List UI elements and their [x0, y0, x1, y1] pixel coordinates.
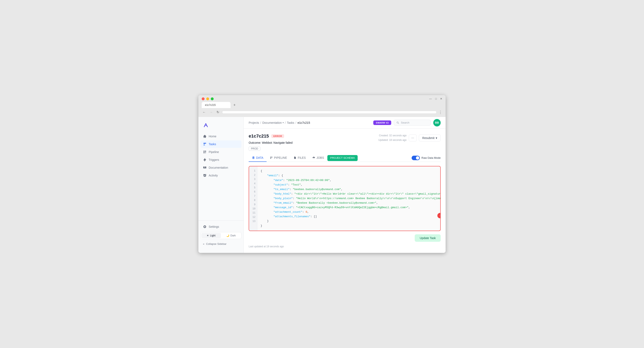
theme-switcher: ☀ Light 🌙 Dark — [200, 232, 242, 239]
sidebar-bottom: Settings ☀ Light 🌙 Dark « Collapse Sideb… — [198, 220, 244, 250]
sidebar-item-documentation[interactable]: Documentation — [200, 164, 242, 171]
task-created: Created: 32 seconds ago — [378, 133, 407, 138]
tab-files[interactable]: FILES — [290, 154, 309, 162]
update-section: Update Task — [249, 234, 441, 242]
sidebar-item-settings[interactable]: Settings — [200, 223, 242, 230]
app-header: Projects / Documentation ▾ / Tasks / e1c… — [244, 117, 446, 128]
content-area: e1c7c215 ERROR Outcome: Webbot: Navigate… — [244, 128, 446, 253]
chevron-down-icon: ▾ — [436, 136, 437, 140]
minimize-btn[interactable] — [206, 97, 209, 100]
sidebar-item-pipeline[interactable]: Pipeline — [200, 148, 242, 156]
sidebar-item-label: Pipeline — [209, 150, 219, 154]
tab-project-schema[interactable]: PROJECT SCHEMA — [327, 155, 358, 161]
search-bar[interactable]: Search — [394, 120, 431, 126]
collapse-sidebar-button[interactable]: « Collapse Sidebar — [200, 241, 242, 247]
home-icon — [203, 134, 207, 138]
address-bar[interactable] — [222, 111, 436, 114]
more-options-button[interactable]: ··· — [409, 134, 417, 141]
sidebar: Home Tasks Pipeline — [198, 117, 244, 253]
tasks-icon — [203, 142, 207, 146]
theme-dark-button[interactable]: 🌙 Dark — [221, 233, 241, 238]
scroll-indicator: → — [437, 213, 441, 218]
tabs-left: DATA PIPELINE — [249, 154, 358, 162]
sun-icon: ☀ — [207, 234, 209, 237]
error-badge: ERROR — [271, 134, 284, 138]
tabs: DATA PIPELINE — [249, 154, 358, 162]
tab-pipeline[interactable]: PIPELINE — [266, 154, 290, 162]
sidebar-item-home[interactable]: Home — [200, 133, 242, 140]
line-numbers: 1 2 3 4 5 6 7 8 9 10 11 12 13 — [249, 166, 257, 230]
pipeline-icon — [203, 150, 207, 154]
task-id: e1c7c215 — [249, 133, 269, 139]
triggers-icon — [203, 158, 207, 162]
search-placeholder: Search — [401, 121, 409, 124]
task-env-row: PROD — [249, 147, 292, 151]
settings-icon — [203, 225, 207, 229]
prod-tag: PROD — [249, 147, 260, 151]
sidebar-item-label: Activity — [209, 174, 218, 177]
raw-data-toggle: Raw Data Mode — [412, 156, 441, 160]
browser-tab[interactable]: e1c7c215 — [202, 102, 230, 108]
sidebar-nav: Home Tasks Pipeline — [198, 133, 244, 220]
task-title-section: e1c7c215 ERROR Outcome: Webbot: Navigate… — [249, 133, 292, 151]
sidebar-item-triggers[interactable]: Triggers — [200, 156, 242, 163]
forward-button[interactable]: → — [209, 110, 214, 115]
maximize-btn[interactable] — [211, 97, 214, 100]
update-task-button[interactable]: Update Task — [415, 234, 441, 242]
refresh-button[interactable]: ↻ — [216, 109, 220, 115]
tab-data[interactable]: DATA — [249, 154, 266, 162]
task-header: e1c7c215 ERROR Outcome: Webbot: Navigate… — [249, 133, 441, 151]
code-content: 1 2 3 4 5 6 7 8 9 10 11 12 13 — [249, 166, 440, 230]
code-lines[interactable]: { "email": { "date": "2023-09-25T04:09:4… — [257, 166, 440, 230]
task-actions: Created: 32 seconds ago Updated: 18 seco… — [378, 133, 441, 142]
tab-jobs[interactable]: JOBS — [309, 154, 327, 162]
task-meta: Created: 32 seconds ago Updated: 18 seco… — [378, 133, 407, 142]
breadcrumb: Projects / Documentation ▾ / Tasks / e1c… — [249, 121, 310, 124]
app-logo-icon — [202, 122, 209, 128]
breadcrumb-sep-3: / — [296, 121, 296, 124]
back-button[interactable]: ← — [202, 110, 207, 115]
close-btn[interactable] — [202, 97, 204, 100]
breadcrumb-tasks[interactable]: Tasks — [287, 121, 294, 124]
header-right: SWARM V2 Search BB — [373, 119, 441, 126]
tabs-right: Raw Data Mode — [408, 156, 441, 160]
raw-data-toggle-switch[interactable] — [412, 156, 420, 160]
win-close[interactable]: ✕ — [440, 97, 442, 100]
sidebar-item-label: Home — [209, 135, 216, 138]
theme-light-button[interactable]: ☀ Light — [201, 233, 221, 238]
pipeline-tab-icon — [270, 156, 273, 159]
win-maximize[interactable]: □ — [435, 97, 437, 100]
breadcrumb-current: e1c7c215 — [298, 121, 310, 124]
task-updated: Updated: 18 seconds ago — [378, 138, 407, 142]
last-updated: Last updated at 19 seconds ago — [249, 245, 441, 248]
sidebar-item-activity[interactable]: Activity — [200, 172, 242, 179]
docs-icon — [203, 166, 207, 169]
tabs-row: DATA PIPELINE — [249, 154, 441, 162]
logo — [198, 120, 244, 133]
breadcrumb-projects[interactable]: Projects — [249, 121, 259, 124]
breadcrumb-sep-2: / — [285, 121, 286, 124]
resubmit-button[interactable]: Resubmit ▾ — [419, 134, 441, 141]
win-minimize[interactable]: — — [429, 97, 432, 100]
collapse-label: Collapse Sidebar — [206, 242, 226, 246]
browser-more-button[interactable]: ⋮ — [438, 110, 442, 114]
settings-label: Settings — [209, 225, 219, 228]
sidebar-item-label: Triggers — [209, 158, 219, 161]
theme-light-label: Light — [210, 234, 216, 237]
new-tab-button[interactable]: + — [232, 102, 237, 108]
breadcrumb-documentation[interactable]: Documentation ▾ — [262, 121, 284, 124]
task-title-row: e1c7c215 ERROR — [249, 133, 292, 139]
raw-data-label: Raw Data Mode — [422, 156, 441, 159]
sidebar-item-label: Documentation — [209, 166, 228, 169]
moon-icon: 🌙 — [226, 234, 229, 237]
avatar[interactable]: BB — [433, 119, 441, 126]
code-editor[interactable]: 1 2 3 4 5 6 7 8 9 10 11 12 13 — [249, 166, 441, 231]
chevron-down-icon: ▾ — [283, 121, 284, 124]
database-icon — [252, 156, 255, 159]
task-outcome-row: Outcome: Webbot: Navigate failed — [249, 141, 292, 145]
sidebar-item-label: Tasks — [209, 142, 216, 146]
breadcrumb-sep-1: / — [260, 121, 261, 124]
main-content: Projects / Documentation ▾ / Tasks / e1c… — [244, 117, 446, 253]
sidebar-item-tasks[interactable]: Tasks — [200, 140, 242, 148]
files-icon — [294, 156, 296, 159]
